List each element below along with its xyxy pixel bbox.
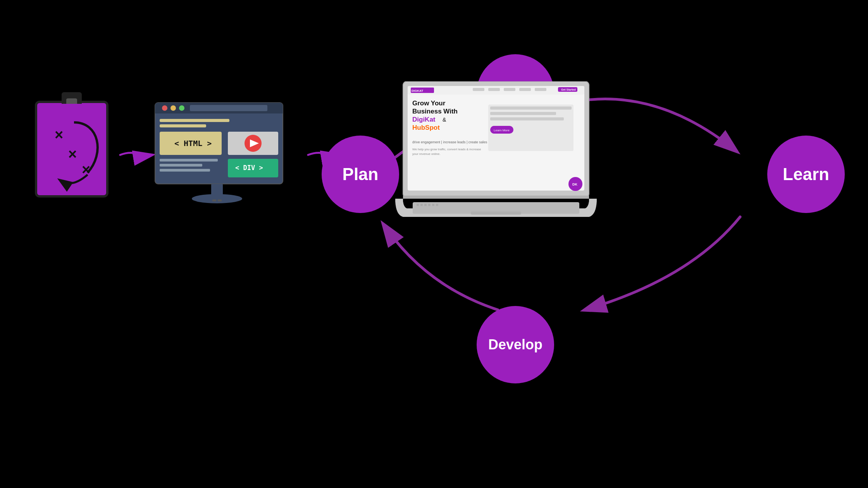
svg-rect-20 [160,164,202,167]
svg-text:Learn More: Learn More [494,129,510,132]
svg-text:We help you grow traffic, conv: We help you grow traffic, convert leads … [412,148,481,151]
svg-point-23 [192,194,242,203]
code-monitor: < HTML > < DIV > [151,99,298,207]
svg-text:×: × [68,146,77,162]
svg-text:DIGKAT: DIGKAT [412,89,423,93]
svg-rect-9 [190,105,267,111]
svg-rect-24 [212,199,216,201]
svg-text:your revenue online.: your revenue online. [412,152,441,156]
clipboard-icon: × × × [35,101,108,201]
svg-text:Grow Your: Grow Your [412,100,446,107]
svg-rect-25 [218,199,222,201]
svg-rect-57 [420,204,423,206]
svg-rect-54 [403,196,589,199]
svg-rect-35 [535,88,546,91]
svg-rect-56 [417,204,419,206]
svg-rect-21 [160,169,210,172]
svg-rect-60 [432,204,434,206]
svg-rect-33 [504,88,515,91]
clipboard-diagram: × × × [37,103,111,200]
svg-text:DK: DK [572,182,577,186]
svg-rect-32 [488,88,500,91]
plan-label: Plan [343,165,379,184]
svg-text:drive engagement | increase le: drive engagement | increase leads | crea… [412,140,487,144]
clipboard-clip [62,92,82,104]
svg-rect-11 [160,124,206,127]
svg-rect-50 [490,112,556,115]
svg-text:DigiKat: DigiKat [412,116,436,123]
svg-rect-59 [428,204,431,206]
monitor-svg: < HTML > < DIV > [151,99,298,207]
svg-text:&: & [443,117,446,123]
svg-text:HubSpot: HubSpot [412,124,440,131]
svg-text:< DIV >: < DIV > [235,164,263,172]
svg-text:Business With: Business With [412,108,458,115]
svg-rect-62 [471,211,521,215]
main-scene: × × × [0,0,868,488]
laptop-svg: DIGKAT Get Started Grow Your Business Wi… [395,81,597,229]
learn-circle: Learn [767,136,845,213]
svg-point-6 [162,105,167,111]
learn-label: Learn [783,165,829,184]
laptop-center: DIGKAT Get Started Grow Your Business Wi… [395,81,597,229]
svg-text:< HTML >: < HTML > [174,139,212,148]
develop-circle: Develop [477,306,554,383]
svg-text:Get Started: Get Started [561,88,576,91]
right-diagram: Plan Transfer Learn Develop [322,46,845,395]
svg-rect-51 [490,117,564,120]
svg-rect-19 [160,159,218,162]
develop-label: Develop [488,337,542,353]
svg-rect-10 [160,119,229,122]
svg-rect-49 [490,107,572,110]
svg-point-7 [170,105,176,111]
svg-text:×: × [55,127,63,143]
svg-rect-31 [473,88,484,91]
svg-rect-61 [436,204,438,206]
svg-point-8 [179,105,184,111]
plan-circle: Plan [322,136,399,213]
svg-rect-58 [424,204,427,206]
svg-rect-34 [519,88,531,91]
